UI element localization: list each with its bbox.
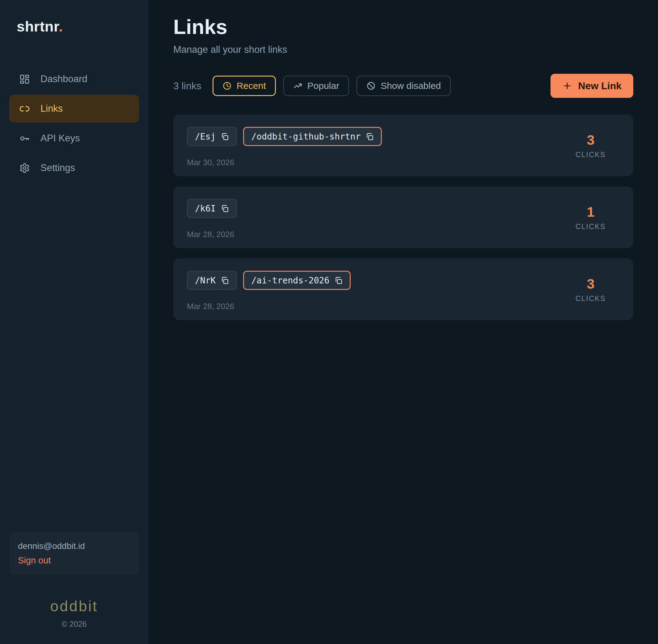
created-date: Mar 28, 2026 [187,302,566,311]
slug-chip[interactable]: /k6I [187,199,237,218]
user-email: dennis@oddbit.id [18,541,130,551]
clicks-label: CLICKS [575,223,606,231]
link-card: /Esj /oddbit-github-shrtnr https [173,115,633,176]
alias-text: /oddbit-github-shrtnr [251,132,360,142]
created-date: Mar 30, 2026 [187,158,566,167]
user-card: dennis@oddbit.id Sign out [9,532,139,575]
main-content: Links Manage all your short links 3 link… [148,0,658,644]
key-icon [19,133,30,144]
link-card: /k6I https://medium.com/evenbit/most-tea… [173,186,633,248]
link-card: /NrK /ai-trends-2026 https://odd [173,258,633,320]
oddbit-logo: oddbit [9,598,139,615]
sidebar-item-label: Settings [41,162,75,174]
alias-chip[interactable]: /ai-trends-2026 [243,271,351,290]
app-logo: shrtnr. [9,18,139,35]
sidebar: shrtnr. Dashboard Links API Keys [0,0,148,644]
filter-label: Recent [237,80,266,91]
ban-icon [366,81,376,90]
filter-label: Show disabled [380,80,441,91]
clicks-label: CLICKS [575,295,606,303]
clicks-count: 1 [587,204,594,220]
links-count: 3 links [173,80,201,92]
created-date: Mar 28, 2026 [187,230,566,239]
clicks-block: 1 CLICKS [566,199,615,236]
filter-show-disabled-button[interactable]: Show disabled [356,76,451,96]
new-link-button[interactable]: New Link [550,74,633,98]
new-link-label: New Link [578,80,621,92]
sidebar-item-label: Links [41,103,63,114]
dashboard-icon [19,74,30,85]
slug-text: /NrK [195,275,216,285]
toolbar: 3 links Recent Popular Show disabled [173,74,633,98]
alias-text: /ai-trends-2026 [251,275,329,285]
sidebar-item-api-keys[interactable]: API Keys [9,124,139,152]
clock-icon [222,81,232,90]
sidebar-item-label: API Keys [41,133,80,144]
slug-text: /Esj [195,132,216,142]
gear-icon [19,163,30,174]
sign-out-link[interactable]: Sign out [18,555,51,566]
copy-icon[interactable] [334,276,343,285]
clicks-block: 3 CLICKS [566,271,615,308]
copy-icon[interactable] [221,276,229,285]
copy-icon[interactable] [221,204,229,213]
logo-dot: . [59,18,63,34]
logo-text: shrtnr [17,18,59,34]
filter-recent-button[interactable]: Recent [213,76,276,96]
page-subtitle: Manage all your short links [173,44,633,55]
sidebar-item-links[interactable]: Links [9,95,139,122]
sidebar-item-dashboard[interactable]: Dashboard [9,65,139,93]
link-card-details: /k6I https://medium.com/evenbit/most-tea… [187,199,566,236]
sidebar-item-label: Dashboard [41,73,87,85]
chip-row: /k6I [187,199,566,218]
alias-chip[interactable]: /oddbit-github-shrtnr [243,127,382,146]
clicks-block: 3 CLICKS [566,127,615,164]
links-list: /Esj /oddbit-github-shrtnr https [173,115,633,320]
filter-popular-button[interactable]: Popular [283,76,349,96]
app-root: shrtnr. Dashboard Links API Keys [0,0,658,644]
clicks-label: CLICKS [575,151,606,159]
sidebar-bottom: dennis@oddbit.id Sign out oddbit © 2026 [9,532,139,628]
slug-text: /k6I [195,204,216,214]
filter-label: Popular [307,80,339,91]
page-title: Links [173,15,633,39]
plus-icon [562,81,572,91]
link-card-details: /Esj /oddbit-github-shrtnr https [187,127,566,164]
slug-chip[interactable]: /Esj [187,127,237,146]
copyright: © 2026 [9,620,139,628]
sidebar-item-settings[interactable]: Settings [9,154,139,182]
slug-chip[interactable]: /NrK [187,271,237,290]
chip-row: /Esj /oddbit-github-shrtnr [187,127,566,146]
trending-up-icon [293,81,303,90]
link-icon [19,104,30,114]
copy-icon[interactable] [221,133,229,141]
clicks-count: 3 [587,132,594,148]
chip-row: /NrK /ai-trends-2026 [187,271,566,290]
link-card-details: /NrK /ai-trends-2026 https://odd [187,271,566,308]
sidebar-nav: Dashboard Links API Keys Settings [9,65,139,182]
copy-icon[interactable] [366,133,374,141]
clicks-count: 3 [587,276,594,292]
